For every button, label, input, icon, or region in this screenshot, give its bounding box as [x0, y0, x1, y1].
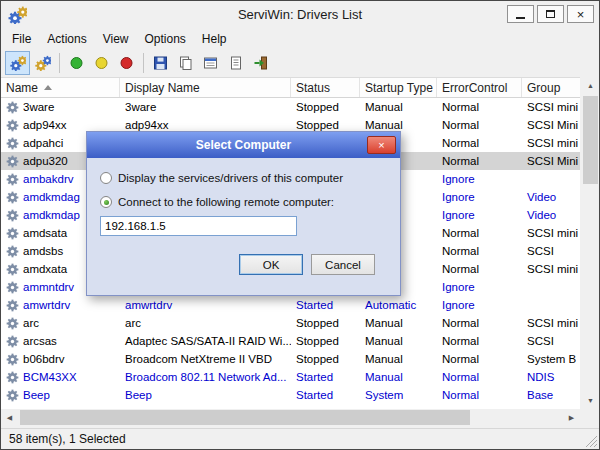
driver-display-cell: Beep [120, 386, 291, 404]
maximize-button[interactable] [537, 5, 564, 23]
start-driver-icon [68, 55, 85, 71]
scroll-right-icon[interactable]: ▶ [563, 409, 580, 426]
driver-group-cell: SCSI mini [522, 260, 580, 278]
pause-driver-icon [93, 55, 110, 71]
driver-gear-icon [6, 389, 19, 402]
menu-help[interactable]: Help [194, 30, 235, 48]
local-drivers-icon [9, 55, 26, 71]
driver-gear-icon [6, 281, 19, 294]
driver-name-cell: amwrtdrv [1, 296, 120, 314]
properties-button[interactable] [198, 51, 223, 75]
table-row[interactable]: arcsasAdaptec SAS/SATA-II RAID Wi...Stop… [1, 332, 580, 350]
save-report-button[interactable] [148, 51, 173, 75]
scroll-down-icon[interactable]: ▼ [582, 392, 599, 409]
column-header-errorcontrol[interactable]: ErrorControl [437, 78, 522, 97]
radio-remote-computer[interactable] [100, 196, 112, 208]
dialog-titlebar[interactable]: Select Computer [87, 132, 400, 158]
ok-button[interactable]: OK [239, 254, 303, 275]
toolbar-separator [143, 53, 144, 73]
dialog-body: Display the services/drivers of this com… [87, 158, 400, 295]
local-drivers-button[interactable] [5, 51, 30, 75]
table-row[interactable]: 3ware3wareStoppedManualNormalSCSI mini [1, 98, 580, 116]
driver-group-cell: SCSI Mini [522, 116, 580, 134]
driver-group-cell [522, 278, 580, 296]
open-report-button[interactable] [223, 51, 248, 75]
driver-error-cell: Normal [437, 224, 522, 242]
copy-selected-button[interactable] [173, 51, 198, 75]
driver-group-cell: SCSI mini [522, 314, 580, 332]
column-header-display-name[interactable]: Display Name [120, 78, 291, 97]
driver-group-cell: System B [522, 350, 580, 368]
toolbar-separator [59, 53, 60, 73]
driver-error-cell: Normal [437, 386, 522, 404]
horizontal-scrollbar[interactable]: ◀ ▶ [1, 409, 580, 426]
driver-error-cell: Normal [437, 350, 522, 368]
table-row[interactable]: arcarcStoppedManualNormalSCSI mini [1, 314, 580, 332]
driver-display-cell: Broadcom NetXtreme II VBD [120, 350, 291, 368]
titlebar[interactable]: ServiWin: Drivers List × [1, 1, 599, 28]
table-row[interactable]: BeepBeepStartedSystemNormalBase [1, 386, 580, 404]
column-label: Status [296, 81, 330, 95]
driver-gear-icon [6, 119, 19, 132]
driver-startup-cell: Manual [360, 350, 437, 368]
dialog-title: Select Computer [196, 138, 291, 152]
driver-gear-icon [6, 263, 19, 276]
driver-group-cell: SCSI Mini [522, 152, 580, 170]
driver-error-cell: Ignore [437, 206, 522, 224]
driver-status-cell: Stopped [291, 350, 360, 368]
driver-group-cell [522, 170, 580, 188]
driver-error-cell: Normal [437, 368, 522, 386]
driver-group-cell: SCSI [522, 332, 580, 350]
menu-options[interactable]: Options [137, 30, 194, 48]
radio-row-remote[interactable]: Connect to the following remote computer… [100, 196, 334, 208]
exit-button[interactable] [248, 51, 273, 75]
minimize-button[interactable] [507, 5, 534, 23]
horizontal-scroll-thumb[interactable] [20, 410, 470, 425]
driver-display-cell: Broadcom 802.11 Network Ad... [120, 368, 291, 386]
menu-actions[interactable]: Actions [39, 30, 94, 48]
radio-local-computer[interactable] [100, 172, 112, 184]
table-row[interactable]: b06bdrvBroadcom NetXtreme II VBDStoppedM… [1, 350, 580, 368]
report-icon [227, 55, 244, 71]
driver-gear-icon [6, 191, 19, 204]
remote-drivers-button[interactable] [30, 51, 55, 75]
cancel-button[interactable]: Cancel [311, 254, 375, 275]
table-row[interactable]: amwrtdrvamwrtdrvStartedAutomaticIgnore [1, 296, 580, 314]
driver-display-cell: amwrtdrv [120, 296, 291, 314]
driver-status-cell: Started [291, 368, 360, 386]
driver-error-cell: Normal [437, 314, 522, 332]
column-header-status[interactable]: Status [291, 78, 360, 97]
menu-view[interactable]: View [95, 30, 137, 48]
driver-group-cell: Video [522, 188, 580, 206]
dialog-close-button[interactable]: × [367, 136, 396, 154]
pause-driver-button[interactable] [89, 51, 114, 75]
driver-group-cell: Base [522, 386, 580, 404]
resize-grip[interactable] [584, 434, 597, 447]
vertical-scroll-thumb[interactable] [583, 96, 598, 184]
column-header-group[interactable]: Group [522, 78, 580, 97]
driver-name-cell: BCM43XX [1, 368, 120, 386]
driver-status-cell: Stopped [291, 332, 360, 350]
driver-display-cell: arc [120, 314, 291, 332]
start-driver-button[interactable] [64, 51, 89, 75]
driver-status-cell: Stopped [291, 314, 360, 332]
table-row[interactable]: BCM43XXBroadcom 802.11 Network Ad...Star… [1, 368, 580, 386]
driver-gear-icon [6, 317, 19, 330]
scroll-left-icon[interactable]: ◀ [1, 409, 18, 426]
column-header-startup-type[interactable]: Startup Type [360, 78, 437, 97]
remote-computer-input[interactable] [100, 216, 297, 236]
stop-driver-icon [118, 55, 135, 71]
radio-row-local[interactable]: Display the services/drivers of this com… [100, 172, 343, 184]
vertical-scrollbar[interactable]: ▲ ▼ [582, 77, 599, 409]
scroll-up-icon[interactable]: ▲ [582, 77, 599, 94]
toolbar [1, 49, 599, 77]
list-header: Name Display Name Status Startup Type Er… [1, 78, 580, 98]
driver-error-cell: Normal [437, 134, 522, 152]
menu-file[interactable]: File [4, 30, 39, 48]
column-header-name[interactable]: Name [1, 78, 120, 97]
close-button[interactable]: × [567, 5, 594, 23]
stop-driver-button[interactable] [114, 51, 139, 75]
statusbar: 58 item(s), 1 Selected [1, 428, 599, 449]
driver-error-cell: Ignore [437, 278, 522, 296]
driver-group-cell: SCSI mini [522, 134, 580, 152]
